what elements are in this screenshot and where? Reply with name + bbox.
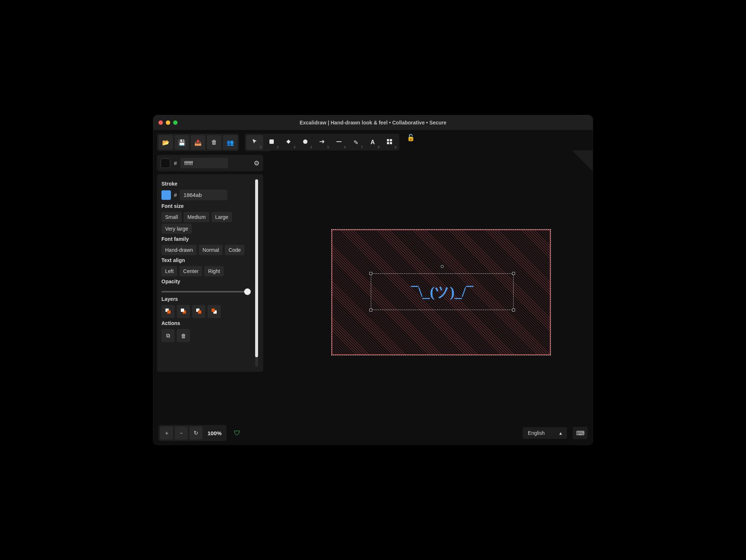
trash-icon: 🗑 xyxy=(211,139,217,146)
svg-rect-1 xyxy=(286,139,290,143)
align-right[interactable]: Right xyxy=(204,266,224,276)
grid-icon xyxy=(387,139,392,146)
titlebar: Excalidraw | Hand-drawn look & feel • Co… xyxy=(153,115,593,130)
arrow-tool[interactable]: 5 xyxy=(314,135,331,150)
resize-handle-se[interactable] xyxy=(512,309,515,311)
zoom-level[interactable]: 100% xyxy=(204,430,225,436)
resize-handle-ne[interactable] xyxy=(512,272,515,275)
duplicate-button[interactable]: ⧉ xyxy=(161,329,175,342)
keyboard-shortcuts-button[interactable]: ⌨ xyxy=(573,427,588,439)
keyboard-icon: ⌨ xyxy=(576,430,585,437)
corner-indicator xyxy=(572,150,593,171)
zoom-out-button[interactable]: － xyxy=(175,426,188,440)
stroke-color-input[interactable] xyxy=(180,190,227,200)
send-backward-icon xyxy=(180,308,187,316)
props-inner: Stroke # Font size Small Medium Large Ve… xyxy=(161,179,254,367)
canvas[interactable]: ¯\_(ツ)_/¯ xyxy=(271,150,593,423)
scroll-thumb[interactable] xyxy=(255,179,258,357)
fontsize-medium[interactable]: Medium xyxy=(184,212,209,222)
align-left[interactable]: Left xyxy=(161,266,177,276)
actions-label: Actions xyxy=(161,320,251,326)
stroke-swatch[interactable] xyxy=(161,190,171,200)
users-icon: 👥 xyxy=(227,139,234,146)
text-icon: A xyxy=(370,139,375,146)
svg-rect-4 xyxy=(390,139,392,141)
delete-button[interactable]: 🗑 xyxy=(177,329,190,342)
selection-tool[interactable]: 1 xyxy=(246,135,263,150)
shape-properties: Stroke # Font size Small Medium Large Ve… xyxy=(157,174,263,372)
shape-toolbar: 1 2 3 4 5 6 ✎7 A8 9 xyxy=(245,134,399,151)
properties-panel: # ⚙ Stroke # Font size Small Medium xyxy=(157,155,263,372)
minimize-window-icon[interactable] xyxy=(166,120,170,125)
zoom-controls: ＋ － ↻ 100% xyxy=(158,425,227,441)
draw-tool[interactable]: ✎7 xyxy=(347,135,364,150)
close-window-icon[interactable] xyxy=(158,120,163,125)
bring-forward-icon xyxy=(195,308,202,316)
svg-rect-5 xyxy=(387,142,389,144)
clear-button[interactable]: 🗑 xyxy=(207,135,221,150)
fontfamily-normal[interactable]: Normal xyxy=(199,245,223,255)
text-tool[interactable]: A8 xyxy=(364,135,381,150)
circle-icon xyxy=(302,139,308,146)
gear-icon: ⚙ xyxy=(254,160,260,167)
send-to-back-button[interactable] xyxy=(161,305,175,318)
save-button[interactable]: 💾 xyxy=(175,135,189,150)
align-center[interactable]: Center xyxy=(179,266,202,276)
fontfamily-code[interactable]: Code xyxy=(225,245,244,255)
line-icon xyxy=(336,139,342,146)
props-scrollbar[interactable] xyxy=(255,179,258,367)
stroke-label: Stroke xyxy=(161,181,251,187)
file-button-group: 📂 💾 📤 🗑 👥 xyxy=(157,134,239,151)
ellipse-tool[interactable]: 4 xyxy=(297,135,314,150)
svg-rect-15 xyxy=(212,309,215,312)
line-tool[interactable]: 6 xyxy=(331,135,347,150)
svg-rect-3 xyxy=(387,139,389,141)
svg-rect-12 xyxy=(198,310,201,314)
fontsize-verylarge[interactable]: Very large xyxy=(161,224,192,234)
svg-rect-0 xyxy=(269,139,274,144)
bottom-bar: ＋ － ↻ 100% 🛡 English ▴ ⌨ xyxy=(153,421,593,445)
export-button[interactable]: 📤 xyxy=(191,135,205,150)
library-tool[interactable]: 9 xyxy=(381,135,398,150)
lock-toggle[interactable]: 🔓 xyxy=(407,134,415,142)
send-to-back-icon xyxy=(165,308,171,316)
text-selection[interactable]: ¯\_(ツ)_/¯ xyxy=(371,273,514,310)
zoom-in-button[interactable]: ＋ xyxy=(160,426,173,440)
resize-handle-sw[interactable] xyxy=(369,309,372,311)
opacity-slider[interactable] xyxy=(161,291,251,292)
diamond-tool[interactable]: 3 xyxy=(280,135,297,150)
cursor-icon xyxy=(252,139,258,146)
chevron-up-icon: ▴ xyxy=(559,430,562,436)
duplicate-icon: ⧉ xyxy=(166,332,170,339)
folder-open-icon: 📂 xyxy=(162,139,169,146)
zoom-reset-button[interactable]: ↻ xyxy=(189,426,202,440)
background-color-row: # ⚙ xyxy=(157,155,263,171)
bring-to-front-button[interactable] xyxy=(208,305,221,318)
maximize-window-icon[interactable] xyxy=(173,120,178,125)
background-swatch[interactable] xyxy=(161,158,170,168)
fontsize-large[interactable]: Large xyxy=(212,212,232,222)
opacity-label: Opacity xyxy=(161,279,251,284)
resize-handle-nw[interactable] xyxy=(369,272,372,275)
fontfamily-hand[interactable]: Hand-drawn xyxy=(161,245,197,255)
background-color-input[interactable] xyxy=(180,158,228,168)
export-icon: 📤 xyxy=(194,139,202,146)
plus-icon: ＋ xyxy=(164,430,169,437)
rectangle-tool[interactable]: 2 xyxy=(263,135,280,150)
open-button[interactable]: 📂 xyxy=(158,135,173,150)
rotate-handle[interactable] xyxy=(441,265,444,268)
send-backward-button[interactable] xyxy=(177,305,190,318)
app-body: 📂 💾 📤 🗑 👥 1 2 3 4 5 6 ✎7 A8 9 🔓 xyxy=(153,130,593,445)
encryption-indicator[interactable]: 🛡 xyxy=(234,429,240,437)
bring-forward-button[interactable] xyxy=(192,305,205,318)
shrug-text[interactable]: ¯\_(ツ)_/¯ xyxy=(411,282,473,302)
settings-button[interactable]: ⚙ xyxy=(254,159,260,167)
fontsize-small[interactable]: Small xyxy=(161,212,182,222)
window-controls xyxy=(158,120,178,125)
square-icon xyxy=(269,139,275,146)
svg-rect-8 xyxy=(167,310,171,314)
hash-prefix: # xyxy=(174,160,177,166)
app-window: Excalidraw | Hand-drawn look & feel • Co… xyxy=(153,115,593,445)
collaborate-button[interactable]: 👥 xyxy=(223,135,238,150)
language-select[interactable]: English ▴ xyxy=(523,427,567,439)
